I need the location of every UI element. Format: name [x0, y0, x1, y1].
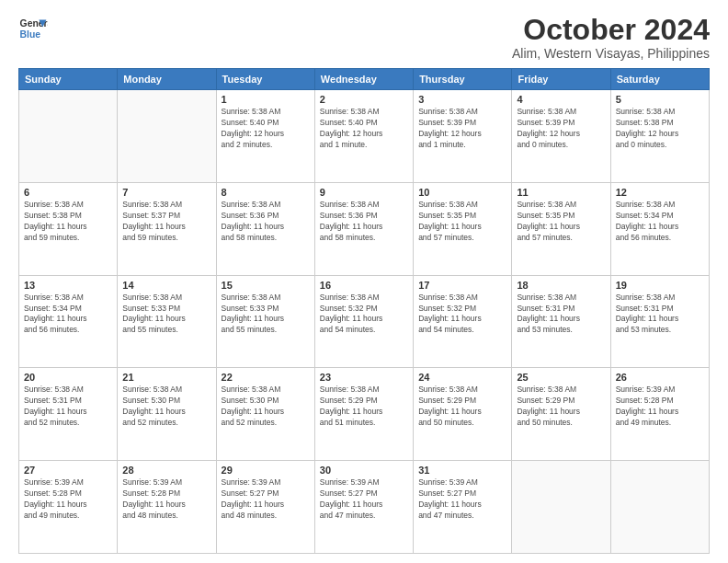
- day-number: 26: [616, 372, 704, 383]
- day-number: 5: [616, 94, 704, 105]
- table-row: 24Sunrise: 5:38 AM Sunset: 5:29 PM Dayli…: [414, 368, 512, 461]
- table-row: 4Sunrise: 5:38 AM Sunset: 5:39 PM Daylig…: [512, 90, 610, 183]
- day-number: 23: [320, 372, 408, 383]
- day-detail: Sunrise: 5:38 AM Sunset: 5:34 PM Dayligh…: [616, 200, 704, 244]
- table-row: 21Sunrise: 5:38 AM Sunset: 5:30 PM Dayli…: [118, 368, 216, 461]
- day-detail: Sunrise: 5:38 AM Sunset: 5:31 PM Dayligh…: [24, 385, 112, 429]
- table-row: 25Sunrise: 5:38 AM Sunset: 5:29 PM Dayli…: [512, 368, 610, 461]
- table-row: 16Sunrise: 5:38 AM Sunset: 5:32 PM Dayli…: [314, 275, 413, 368]
- day-detail: Sunrise: 5:38 AM Sunset: 5:29 PM Dayligh…: [418, 385, 506, 429]
- table-row: 29Sunrise: 5:39 AM Sunset: 5:27 PM Dayli…: [216, 461, 314, 554]
- table-row: 5Sunrise: 5:38 AM Sunset: 5:38 PM Daylig…: [610, 90, 709, 183]
- calendar-week-row: 20Sunrise: 5:38 AM Sunset: 5:31 PM Dayli…: [19, 368, 710, 461]
- header-wednesday: Wednesday: [314, 69, 413, 90]
- table-row: 6Sunrise: 5:38 AM Sunset: 5:38 PM Daylig…: [19, 182, 118, 275]
- day-number: 18: [517, 280, 605, 291]
- day-number: 27: [24, 465, 112, 476]
- day-detail: Sunrise: 5:39 AM Sunset: 5:28 PM Dayligh…: [24, 477, 112, 522]
- calendar-week-row: 13Sunrise: 5:38 AM Sunset: 5:34 PM Dayli…: [19, 275, 710, 368]
- day-detail: Sunrise: 5:38 AM Sunset: 5:36 PM Dayligh…: [222, 200, 310, 244]
- day-detail: Sunrise: 5:38 AM Sunset: 5:29 PM Dayligh…: [517, 385, 605, 429]
- day-detail: Sunrise: 5:38 AM Sunset: 5:38 PM Dayligh…: [616, 107, 704, 151]
- logo-icon: General Blue: [18, 14, 48, 43]
- day-number: 11: [517, 187, 605, 198]
- calendar-table: Sunday Monday Tuesday Wednesday Thursday…: [18, 68, 710, 554]
- calendar-week-row: 6Sunrise: 5:38 AM Sunset: 5:38 PM Daylig…: [19, 182, 710, 275]
- location: Alim, Western Visayas, Philippines: [512, 46, 710, 61]
- table-row: 18Sunrise: 5:38 AM Sunset: 5:31 PM Dayli…: [512, 275, 610, 368]
- day-detail: Sunrise: 5:38 AM Sunset: 5:34 PM Dayligh…: [24, 293, 112, 337]
- day-number: 8: [222, 187, 310, 198]
- svg-text:Blue: Blue: [20, 29, 41, 40]
- day-number: 1: [222, 94, 310, 105]
- table-row: 9Sunrise: 5:38 AM Sunset: 5:36 PM Daylig…: [314, 182, 413, 275]
- table-row: 12Sunrise: 5:38 AM Sunset: 5:34 PM Dayli…: [610, 182, 709, 275]
- header-thursday: Thursday: [414, 69, 512, 90]
- table-row: [512, 461, 610, 554]
- day-number: 9: [320, 187, 408, 198]
- calendar-week-row: 1Sunrise: 5:38 AM Sunset: 5:40 PM Daylig…: [19, 90, 710, 183]
- day-detail: Sunrise: 5:38 AM Sunset: 5:39 PM Dayligh…: [517, 107, 605, 151]
- day-number: 4: [517, 94, 605, 105]
- day-detail: Sunrise: 5:38 AM Sunset: 5:36 PM Dayligh…: [320, 200, 408, 244]
- table-row: 8Sunrise: 5:38 AM Sunset: 5:36 PM Daylig…: [216, 182, 314, 275]
- day-number: 30: [320, 465, 408, 476]
- day-number: 7: [122, 187, 210, 198]
- day-number: 21: [122, 372, 210, 383]
- table-row: 17Sunrise: 5:38 AM Sunset: 5:32 PM Dayli…: [414, 275, 512, 368]
- day-number: 15: [222, 280, 310, 291]
- header-sunday: Sunday: [19, 69, 118, 90]
- table-row: 28Sunrise: 5:39 AM Sunset: 5:28 PM Dayli…: [118, 461, 216, 554]
- day-detail: Sunrise: 5:39 AM Sunset: 5:27 PM Dayligh…: [222, 477, 310, 522]
- day-detail: Sunrise: 5:38 AM Sunset: 5:33 PM Dayligh…: [122, 293, 210, 337]
- header-saturday: Saturday: [610, 69, 709, 90]
- header-friday: Friday: [512, 69, 610, 90]
- table-row: [19, 90, 118, 183]
- day-number: 31: [418, 465, 506, 476]
- table-row: 20Sunrise: 5:38 AM Sunset: 5:31 PM Dayli…: [19, 368, 118, 461]
- day-number: 3: [418, 94, 506, 105]
- table-row: [118, 90, 216, 183]
- table-row: 13Sunrise: 5:38 AM Sunset: 5:34 PM Dayli…: [19, 275, 118, 368]
- month-title: October 2024: [512, 14, 710, 46]
- day-detail: Sunrise: 5:39 AM Sunset: 5:27 PM Dayligh…: [418, 477, 506, 522]
- table-row: 22Sunrise: 5:38 AM Sunset: 5:30 PM Dayli…: [216, 368, 314, 461]
- table-row: 7Sunrise: 5:38 AM Sunset: 5:37 PM Daylig…: [118, 182, 216, 275]
- day-number: 19: [616, 280, 704, 291]
- header: General Blue October 2024 Alim, Western …: [18, 14, 710, 61]
- day-number: 24: [418, 372, 506, 383]
- header-tuesday: Tuesday: [216, 69, 314, 90]
- day-detail: Sunrise: 5:38 AM Sunset: 5:31 PM Dayligh…: [517, 293, 605, 337]
- day-detail: Sunrise: 5:38 AM Sunset: 5:31 PM Dayligh…: [616, 293, 704, 337]
- day-detail: Sunrise: 5:38 AM Sunset: 5:39 PM Dayligh…: [418, 107, 506, 151]
- day-number: 20: [24, 372, 112, 383]
- day-number: 6: [24, 187, 112, 198]
- table-row: 19Sunrise: 5:38 AM Sunset: 5:31 PM Dayli…: [610, 275, 709, 368]
- table-row: 30Sunrise: 5:39 AM Sunset: 5:27 PM Dayli…: [314, 461, 413, 554]
- table-row: 10Sunrise: 5:38 AM Sunset: 5:35 PM Dayli…: [414, 182, 512, 275]
- day-detail: Sunrise: 5:38 AM Sunset: 5:30 PM Dayligh…: [122, 385, 210, 429]
- day-number: 2: [320, 94, 408, 105]
- day-detail: Sunrise: 5:38 AM Sunset: 5:35 PM Dayligh…: [517, 200, 605, 244]
- day-number: 28: [122, 465, 210, 476]
- day-detail: Sunrise: 5:38 AM Sunset: 5:32 PM Dayligh…: [320, 293, 408, 337]
- day-detail: Sunrise: 5:38 AM Sunset: 5:40 PM Dayligh…: [320, 107, 408, 151]
- day-number: 17: [418, 280, 506, 291]
- table-row: 2Sunrise: 5:38 AM Sunset: 5:40 PM Daylig…: [314, 90, 413, 183]
- table-row: 23Sunrise: 5:38 AM Sunset: 5:29 PM Dayli…: [314, 368, 413, 461]
- title-block: October 2024 Alim, Western Visayas, Phil…: [512, 14, 710, 61]
- day-detail: Sunrise: 5:38 AM Sunset: 5:30 PM Dayligh…: [222, 385, 310, 429]
- day-detail: Sunrise: 5:39 AM Sunset: 5:27 PM Dayligh…: [320, 477, 408, 522]
- calendar-week-row: 27Sunrise: 5:39 AM Sunset: 5:28 PM Dayli…: [19, 461, 710, 554]
- day-number: 10: [418, 187, 506, 198]
- page: General Blue October 2024 Alim, Western …: [0, 0, 728, 563]
- table-row: 3Sunrise: 5:38 AM Sunset: 5:39 PM Daylig…: [414, 90, 512, 183]
- table-row: 1Sunrise: 5:38 AM Sunset: 5:40 PM Daylig…: [216, 90, 314, 183]
- day-detail: Sunrise: 5:38 AM Sunset: 5:38 PM Dayligh…: [24, 200, 112, 244]
- table-row: [610, 461, 709, 554]
- table-row: 15Sunrise: 5:38 AM Sunset: 5:33 PM Dayli…: [216, 275, 314, 368]
- day-detail: Sunrise: 5:38 AM Sunset: 5:33 PM Dayligh…: [222, 293, 310, 337]
- logo: General Blue: [18, 14, 48, 43]
- table-row: 26Sunrise: 5:39 AM Sunset: 5:28 PM Dayli…: [610, 368, 709, 461]
- day-number: 12: [616, 187, 704, 198]
